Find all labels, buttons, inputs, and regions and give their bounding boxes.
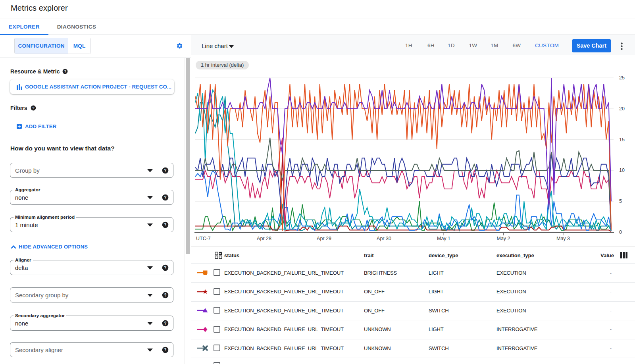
svg-text:May 2: May 2 bbox=[496, 236, 510, 241]
svg-text:20: 20 bbox=[619, 106, 625, 112]
svg-text:?: ? bbox=[164, 195, 166, 200]
svg-text:5: 5 bbox=[619, 198, 622, 204]
svg-text:Apr 30: Apr 30 bbox=[377, 236, 391, 241]
svg-text:?: ? bbox=[164, 348, 166, 352]
svg-text:?: ? bbox=[164, 293, 166, 297]
svg-text:?: ? bbox=[64, 69, 66, 73]
svg-text:10: 10 bbox=[619, 168, 625, 173]
svg-text:May 1: May 1 bbox=[437, 236, 450, 241]
svg-text:?: ? bbox=[164, 321, 166, 325]
svg-text:?: ? bbox=[164, 168, 166, 173]
svg-text:?: ? bbox=[164, 266, 166, 270]
svg-text:UTC-7: UTC-7 bbox=[196, 236, 211, 241]
svg-text:?: ? bbox=[164, 223, 166, 227]
svg-text:Apr 29: Apr 29 bbox=[317, 236, 331, 241]
svg-text:Apr 28: Apr 28 bbox=[257, 236, 271, 241]
svg-text:0: 0 bbox=[619, 229, 622, 235]
svg-text:15: 15 bbox=[619, 137, 625, 143]
svg-text:?: ? bbox=[32, 106, 34, 110]
svg-text:May 3: May 3 bbox=[556, 236, 570, 241]
svg-text:25: 25 bbox=[619, 75, 625, 81]
